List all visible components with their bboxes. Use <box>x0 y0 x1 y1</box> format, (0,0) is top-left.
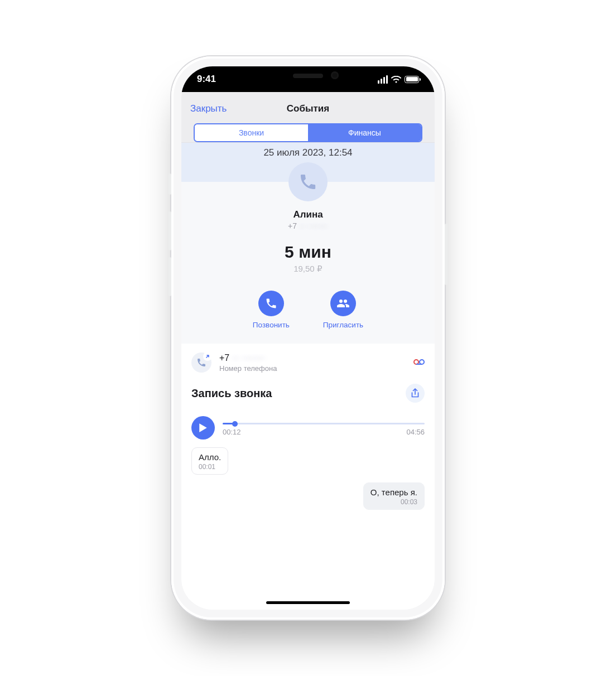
number-value: +7 ··· ···-··-·· <box>219 353 277 363</box>
play-icon <box>199 423 208 433</box>
share-icon <box>411 388 420 398</box>
invite-button[interactable]: Пригласить <box>323 291 363 329</box>
side-button <box>169 173 171 195</box>
segmented-tabs: Звонки Финансы <box>194 123 422 142</box>
svg-point-1 <box>420 360 424 364</box>
svg-point-0 <box>414 360 418 364</box>
side-button <box>169 257 171 296</box>
close-button[interactable]: Закрыть <box>190 103 227 114</box>
transcript-text: О, теперь я. <box>370 487 417 497</box>
caller-name: Алина <box>181 209 435 220</box>
total-time: 04:56 <box>406 428 425 436</box>
phone-notch <box>249 66 367 85</box>
home-indicator[interactable] <box>266 601 350 604</box>
invite-button-label: Пригласить <box>323 321 363 329</box>
tab-finance[interactable]: Финансы <box>308 124 421 141</box>
transcript-bubble: О, теперь я. 00:03 <box>363 482 425 510</box>
voicemail-icon <box>413 358 425 368</box>
transcript-time: 00:01 <box>199 463 221 471</box>
arrow-out-icon <box>205 354 210 359</box>
call-cost: 19,50 ₽ <box>181 264 435 274</box>
elapsed-time: 00:12 <box>223 428 241 436</box>
side-button <box>169 211 171 250</box>
wifi-icon <box>391 76 401 83</box>
transcript-bubble: Алло. 00:01 <box>191 447 228 475</box>
recording-title: Запись звонка <box>191 387 272 400</box>
call-duration: 5 мин <box>181 243 435 262</box>
caller-phone: +7 ··· ···-··-·· <box>181 221 435 230</box>
tab-calls[interactable]: Звонки <box>195 124 308 141</box>
phone-frame: 9:41 Закрыть События Звонки Финансы <box>171 56 445 620</box>
handset-white-icon <box>265 297 277 310</box>
side-button <box>445 224 447 285</box>
number-sublabel: Номер телефона <box>219 364 277 373</box>
transcript: Алло. 00:01 О, теперь я. 00:03 <box>181 440 435 510</box>
transcript-text: Алло. <box>199 452 221 462</box>
avatar <box>288 162 328 201</box>
call-button[interactable]: Позвонить <box>253 291 290 329</box>
header: Закрыть События Звонки Финансы <box>181 92 435 143</box>
share-button[interactable] <box>406 384 425 403</box>
transcript-time: 00:03 <box>370 498 417 506</box>
status-time: 9:41 <box>197 74 216 85</box>
handset-icon <box>299 172 317 191</box>
call-card: 25 июля 2023, 12:54 Алина +7 ··· ···-··-… <box>181 143 435 610</box>
number-row[interactable]: +7 ··· ···-··-·· Номер телефона <box>181 344 435 382</box>
progress-track[interactable]: 00:12 04:56 <box>223 419 425 436</box>
audio-player: 00:12 04:56 <box>181 408 435 440</box>
signal-icon <box>378 75 388 84</box>
battery-icon <box>405 76 419 83</box>
people-icon <box>336 297 350 310</box>
play-button[interactable] <box>191 416 215 440</box>
progress-thumb[interactable] <box>232 421 238 427</box>
call-button-label: Позвонить <box>253 321 290 329</box>
outgoing-call-icon <box>191 353 211 373</box>
